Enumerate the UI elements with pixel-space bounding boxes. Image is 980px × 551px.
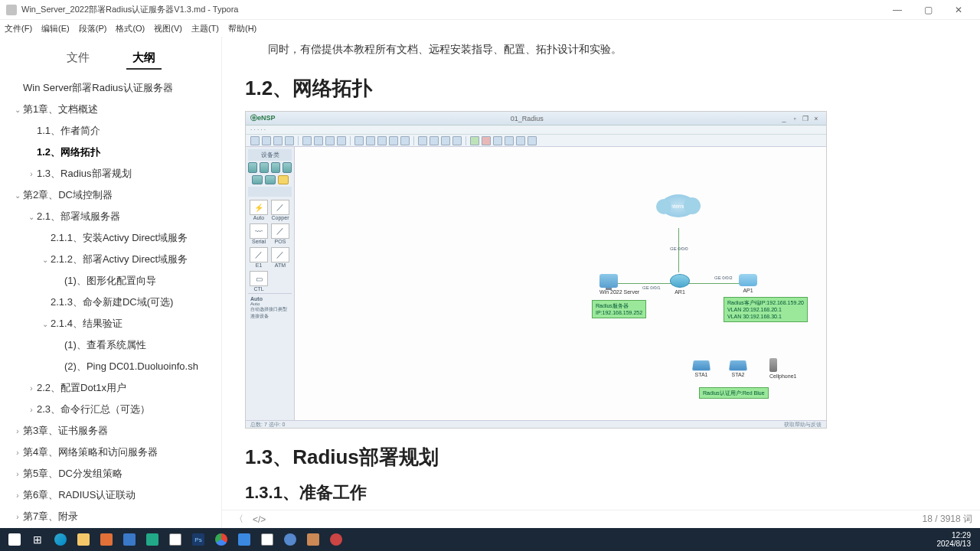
node-sta1[interactable]: STA1 — [693, 360, 710, 377]
ensp-close-icon[interactable]: × — [811, 115, 822, 122]
task-app[interactable] — [233, 530, 256, 549]
task-app[interactable] — [302, 530, 325, 549]
outline-item[interactable]: ›Win Server部署Radius认证服务器 — [9, 77, 212, 99]
conn-e1[interactable]: ／ — [250, 247, 268, 262]
device-icon[interactable] — [260, 162, 269, 173]
tool-icon[interactable] — [441, 136, 450, 145]
node-internet[interactable]: Internet — [661, 194, 696, 217]
tool-icon[interactable] — [516, 136, 525, 145]
ensp-canvas[interactable]: GE 0/0/0 GE 0/0/1 GE 0/0/2 Internet AR1 … — [295, 147, 826, 420]
conn-ctl[interactable]: ▭ — [250, 271, 268, 286]
node-cellphone[interactable]: Cellphone1 — [769, 358, 796, 379]
device-icon[interactable] — [248, 162, 257, 173]
node-server[interactable]: Win 2022 Server — [599, 274, 639, 295]
stop-icon[interactable] — [482, 136, 491, 145]
maximize-button[interactable]: ▢ — [913, 5, 943, 15]
menu-file[interactable]: 文件(F) — [5, 23, 32, 34]
task-explorer[interactable] — [72, 530, 95, 549]
device-icon[interactable] — [283, 162, 292, 173]
task-app[interactable] — [118, 530, 141, 549]
ensp-max-icon[interactable]: ▫ — [789, 115, 800, 122]
start-button[interactable] — [3, 530, 26, 549]
outline-item[interactable]: ⌄第2章、DC域控制器 — [9, 184, 212, 206]
ensp-restore-icon[interactable]: ❐ — [800, 115, 811, 122]
task-edge[interactable] — [49, 530, 72, 549]
outline-item[interactable]: ›2.3、命令行汇总（可选） — [9, 399, 212, 420]
device-icon[interactable] — [271, 162, 280, 173]
tool-icon[interactable] — [389, 136, 398, 145]
ensp-min-icon[interactable]: _ — [779, 115, 789, 122]
outline-item[interactable]: ›第6章、RADIUS认证联动 — [9, 484, 212, 506]
task-chrome[interactable] — [210, 530, 233, 549]
outline-item[interactable]: ›2.2、配置Dot1x用户 — [9, 377, 212, 399]
outline-item[interactable]: ⌄2.1.2、部署Activy Direct域服务 — [9, 249, 212, 270]
tool-icon[interactable] — [285, 136, 294, 145]
menu-view[interactable]: 视图(V) — [154, 23, 182, 34]
tab-outline[interactable]: 大纲 — [126, 47, 162, 70]
outline-item[interactable]: ›(2)、Ping DC01.Duoluoinfo.sh — [9, 356, 212, 377]
tool-icon[interactable] — [505, 136, 514, 145]
outline-item[interactable]: ›1.3、Radius部署规划 — [9, 163, 212, 184]
outline-item[interactable]: ›1.2、网络拓扑 — [9, 142, 212, 163]
task-app[interactable] — [279, 530, 302, 549]
play-icon[interactable] — [470, 136, 479, 145]
tab-files[interactable]: 文件 — [60, 47, 96, 70]
tool-icon[interactable] — [314, 136, 323, 145]
minimize-button[interactable]: — — [882, 5, 913, 15]
outline-item[interactable]: ›(1)、查看系统属性 — [9, 334, 212, 356]
tool-icon[interactable] — [452, 136, 462, 145]
menu-help[interactable]: 帮助(H) — [228, 23, 256, 34]
menu-theme[interactable]: 主题(T) — [191, 23, 219, 34]
menu-edit[interactable]: 编辑(E) — [41, 23, 70, 34]
outline-item[interactable]: ›2.1.1、安装Activy Direct域服务 — [9, 227, 212, 249]
tool-icon[interactable] — [430, 136, 439, 145]
system-tray[interactable]: 12:29 2024/8/13 — [937, 531, 978, 548]
outline-item[interactable]: ⌄2.1、部署域服务器 — [9, 206, 212, 227]
tool-icon[interactable] — [418, 136, 427, 145]
node-router[interactable]: AR1 — [670, 274, 690, 295]
conn-auto[interactable]: ⚡ — [250, 200, 268, 215]
tool-icon[interactable] — [354, 136, 364, 145]
nav-back-icon[interactable]: 〈 — [230, 513, 248, 526]
menu-format[interactable]: 格式(O) — [116, 23, 145, 34]
task-search[interactable]: ⊞ — [26, 530, 49, 549]
tool-icon[interactable] — [273, 136, 283, 145]
tool-icon[interactable] — [366, 136, 375, 145]
tool-icon[interactable] — [528, 136, 537, 145]
outline-item[interactable]: ›第3章、证书服务器 — [9, 420, 212, 442]
node-ap[interactable]: AP1 — [739, 274, 757, 293]
outline-item[interactable]: ›第4章、网络策略和访问服务器 — [9, 442, 212, 463]
conn-atm[interactable]: ／ — [271, 247, 289, 262]
tool-icon[interactable] — [302, 136, 312, 145]
close-button[interactable]: ✕ — [943, 5, 974, 15]
task-typora[interactable] — [256, 530, 279, 549]
node-sta2[interactable]: STA2 — [730, 360, 746, 377]
device-icon-selected[interactable] — [278, 175, 289, 184]
source-mode-icon[interactable]: </> — [248, 514, 270, 525]
task-app[interactable] — [141, 530, 164, 549]
conn-copper[interactable]: ／ — [271, 200, 289, 215]
task-app[interactable] — [164, 530, 187, 549]
tool-icon[interactable] — [250, 136, 260, 145]
conn-serial[interactable]: 〰 — [250, 223, 268, 239]
device-icon[interactable] — [252, 175, 263, 184]
task-app[interactable] — [325, 530, 348, 549]
outline-item[interactable]: ›第7章、附录 — [9, 506, 212, 527]
device-icon[interactable] — [265, 175, 276, 184]
task-photoshop[interactable]: Ps — [187, 530, 210, 549]
conn-pos[interactable]: ／ — [271, 223, 289, 239]
outline-item[interactable]: ⌄第1章、文档概述 — [9, 99, 212, 120]
tool-icon[interactable] — [337, 136, 346, 145]
word-count[interactable]: 18 / 3918 词 — [923, 513, 972, 526]
outline-item[interactable]: ›第5章、DC分发组策略 — [9, 463, 212, 484]
tool-icon[interactable] — [493, 136, 502, 145]
outline-item[interactable]: ›1.1、作者简介 — [9, 120, 212, 142]
tool-icon[interactable] — [262, 136, 271, 145]
outline-item[interactable]: ›(1)、图形化配置向导 — [9, 270, 212, 292]
outline-item[interactable]: ⌄2.1.4、结果验证 — [9, 313, 212, 334]
tool-icon[interactable] — [377, 136, 387, 145]
ensp-menu-item[interactable]: · · · · · — [250, 126, 266, 133]
outline-item[interactable]: ›2.1.3、命令新建DC域(可选) — [9, 292, 212, 313]
menu-paragraph[interactable]: 段落(P) — [79, 23, 107, 34]
task-app[interactable] — [95, 530, 118, 549]
